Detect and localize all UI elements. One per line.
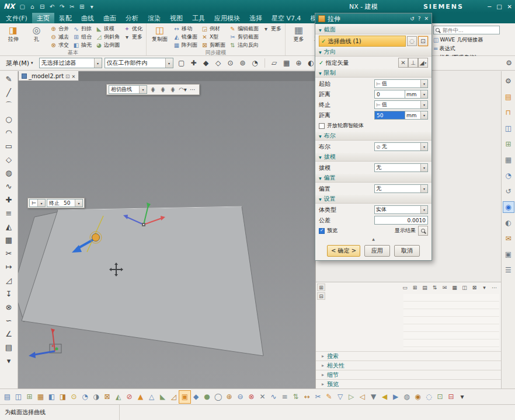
dialog-close-button[interactable]: ✕ [424, 16, 429, 22]
half-shade-tool[interactable]: ◑ [91, 391, 102, 403]
hide-tool[interactable]: ⊘ [124, 391, 135, 403]
next-tool[interactable]: ▶ [390, 391, 401, 403]
ribbon-small-button[interactable]: ✂剪切截面 [228, 33, 260, 41]
section-header-section[interactable]: 截面 [315, 26, 432, 34]
body-type-dropdown[interactable]: 实体 [374, 205, 428, 214]
point-icon[interactable]: ✚ [2, 193, 16, 206]
panel-collapse-icon[interactable]: ⊟ [317, 292, 325, 300]
intersection-snap-icon[interactable]: ⊚ [237, 57, 249, 69]
vector-dialog-button[interactable]: ⊥ [408, 58, 418, 68]
dialog-reset-button[interactable]: ↺ [410, 16, 415, 22]
ribbon-small-button[interactable]: ▾更多 [123, 33, 144, 41]
ribbon-small-button[interactable]: ◿倒斜角 [95, 33, 121, 41]
show-result-button[interactable] [418, 226, 428, 236]
cut-icon[interactable]: ✂ [67, 2, 76, 11]
cancel-button[interactable]: 取消 [394, 245, 420, 257]
new-file-icon[interactable]: ▢ [18, 2, 27, 11]
tab-tools[interactable]: 工具 [187, 13, 210, 23]
palette-icon[interactable]: ▣ [503, 249, 514, 260]
stop-at-intersection-icon[interactable]: ⋕ [148, 85, 158, 94]
move-tool[interactable]: ↔ [301, 391, 312, 403]
panel-dropdown-icon[interactable]: ▾ [480, 284, 489, 292]
sphere-tool[interactable]: ◆ [190, 391, 201, 403]
start-distance-input[interactable]: 0 [374, 90, 405, 99]
tab-home[interactable]: 主页 [32, 13, 54, 23]
flip-tool[interactable]: ⇅ [290, 391, 301, 403]
arc-icon[interactable]: ⌒ [2, 99, 16, 112]
ribbon-small-button[interactable]: ▾更多 [262, 24, 283, 33]
mirror-curve-icon[interactable]: ◭ [2, 220, 16, 233]
hd3d-tools-icon[interactable]: ▦ [503, 155, 514, 165]
draft-dropdown[interactable]: 无 [374, 163, 428, 172]
ribbon-small-button[interactable]: ⊞组合 [72, 33, 93, 41]
gear-icon[interactable]: ⚙ [503, 76, 514, 86]
circle-icon[interactable]: ○ [2, 113, 16, 125]
end-unit-dropdown[interactable]: mm [405, 111, 428, 120]
select-curve-row[interactable]: 选择曲线 (1) [319, 36, 406, 47]
tab-close-icon[interactable] [72, 73, 76, 79]
endpoint-snap-icon[interactable]: ◆ [200, 57, 212, 69]
constraint-navigator-icon[interactable]: ⊓ [503, 107, 514, 118]
history-icon[interactable]: ↺ [503, 186, 514, 197]
dialog-collapse-handle[interactable] [319, 236, 428, 242]
open-profile-checkbox[interactable] [319, 123, 325, 129]
expressions-button[interactable]: =表达式 [433, 45, 455, 52]
ribbon-small-button[interactable]: ⊕合并 [49, 24, 70, 33]
delete-tool[interactable]: ✕ [257, 391, 268, 403]
ribbon-small-button[interactable]: ∿扫掠 [72, 24, 93, 33]
work-plane-icon[interactable]: ▱ [269, 57, 280, 69]
left-view-tool[interactable]: ◧ [46, 391, 57, 403]
more-gallery-button[interactable]: ▦更多 [288, 24, 309, 48]
ribbon-small-button[interactable]: ✦优化 [123, 24, 144, 33]
tab-surface[interactable]: 曲面 [99, 13, 121, 23]
offset-dropdown[interactable]: 无 [374, 184, 428, 193]
section-header-boolean[interactable]: 布尔 [315, 132, 432, 141]
intersect-tool[interactable]: ⊗ [246, 391, 257, 403]
scroll-more-icon[interactable]: ▾ [2, 354, 16, 367]
panel-list-icon[interactable]: ▤ [420, 284, 429, 292]
front-view-tool[interactable]: ◫ [13, 391, 24, 403]
extend-icon[interactable]: ↦ [2, 260, 16, 273]
cone-tool[interactable]: ◯ [213, 391, 224, 403]
curve-lasso-button[interactable]: ◌ [407, 36, 417, 46]
offset-tool[interactable]: ≡ [279, 391, 290, 403]
intersect-curve-icon[interactable]: ⊗ [2, 300, 16, 313]
part-tab[interactable]: _model2.prt [18, 71, 79, 81]
notes-icon[interactable]: ✉ [503, 233, 514, 244]
datum-csys-triad[interactable] [29, 328, 61, 358]
sketch-section-button[interactable]: ⊡ [418, 36, 428, 46]
more-options-icon[interactable]: ⋯ [188, 85, 197, 94]
section-header-draft[interactable]: 拔模 [315, 153, 432, 162]
qat-dropdown-icon[interactable]: ▾ [87, 2, 96, 11]
vector-flip-button[interactable]: ✕ [398, 58, 408, 68]
section-view-tool[interactable]: ⊠ [102, 391, 113, 403]
extrude-button[interactable]: ◨拉伸 [2, 24, 24, 49]
dialog-title-bar[interactable]: 拉伸 ↺?✕ [315, 13, 432, 24]
minus-tool[interactable]: ⊟ [446, 391, 457, 403]
tab-view[interactable]: 视图 [165, 13, 187, 23]
section-header-settings[interactable]: 设置 [315, 195, 432, 204]
derived-line-icon[interactable]: ∽ [2, 314, 16, 327]
target-tool[interactable]: ◉ [412, 391, 423, 403]
pattern-curve-icon[interactable]: ▦ [2, 233, 16, 246]
chamfer-icon[interactable]: ◿ [2, 274, 16, 286]
start-unit-dropdown[interactable]: mm [405, 90, 428, 99]
ribbon-small-button[interactable]: ⊠剪断面 [200, 41, 227, 49]
fit-view-tool[interactable]: ▤ [2, 391, 13, 403]
limit-option-combo[interactable]: ⊢ [29, 199, 46, 207]
process-studio-icon[interactable]: ◐ [503, 218, 514, 228]
tolerance-input[interactable]: 0.0010 [374, 216, 428, 225]
roles-icon[interactable]: ☰ [503, 265, 514, 275]
drop-tool[interactable]: ▼ [368, 391, 379, 403]
arc-option-icon[interactable]: ◠▾ [178, 85, 187, 94]
angle-icon[interactable]: ∠ [2, 327, 16, 340]
open-file-icon[interactable]: ⌂ [27, 2, 37, 11]
spline-tool[interactable]: ∿ [268, 391, 279, 403]
selection-scope-combo[interactable]: 仅在工作部件内 [105, 58, 173, 68]
tab-analysis[interactable]: 分析 [121, 13, 143, 23]
edit-tool[interactable]: ✎ [323, 391, 335, 403]
vector-type-dropdown[interactable]: ◢ [418, 58, 428, 68]
panel-add-icon[interactable]: ⊞ [410, 284, 419, 292]
end-distance-combo[interactable]: 终止 50 [47, 199, 83, 207]
undo-icon[interactable]: ↶ [47, 2, 57, 11]
